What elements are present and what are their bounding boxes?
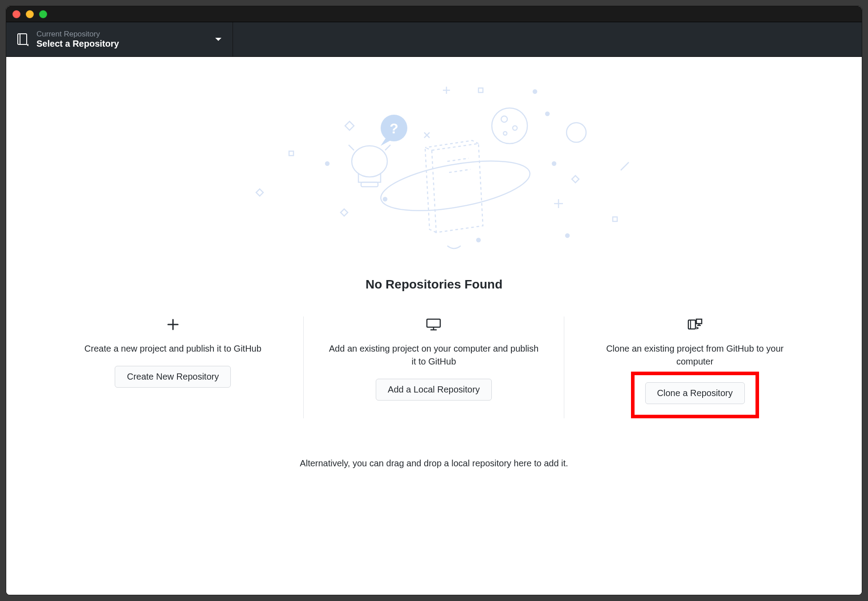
app-window: Current Repository Select a Repository (6, 6, 862, 595)
svg-rect-3 (478, 88, 483, 92)
chevron-down-icon (215, 37, 222, 42)
svg-rect-26 (427, 319, 440, 327)
clone-repository-button[interactable]: Clone a Repository (645, 382, 745, 404)
svg-line-18 (349, 145, 354, 150)
svg-rect-29 (688, 320, 695, 329)
svg-rect-2 (289, 151, 293, 156)
page-heading: No Repositories Found (366, 277, 502, 292)
toolbar: Current Repository Select a Repository (6, 22, 862, 57)
svg-point-8 (552, 162, 556, 165)
repo-selector-label: Current Repository (36, 30, 207, 39)
window-controls (12, 10, 47, 18)
svg-point-9 (566, 234, 569, 237)
svg-point-6 (383, 197, 387, 201)
repository-selector[interactable]: Current Repository Select a Repository (6, 22, 233, 56)
close-window-button[interactable] (12, 10, 20, 18)
minimize-window-button[interactable] (26, 10, 34, 18)
clone-icon (687, 317, 703, 333)
computer-icon (426, 317, 441, 333)
empty-state-illustration: ? (229, 75, 639, 261)
svg-line-19 (385, 145, 390, 150)
svg-point-11 (567, 123, 586, 142)
repo-selector-value: Select a Repository (36, 39, 207, 49)
svg-point-13 (501, 116, 507, 122)
svg-point-5 (326, 162, 329, 165)
repository-options: Create a new project and publish it to G… (43, 317, 825, 418)
svg-rect-17 (361, 182, 378, 187)
svg-point-25 (477, 238, 480, 242)
titlebar (6, 6, 862, 22)
drag-drop-hint: Alternatively, you can drag and drop a l… (300, 458, 568, 469)
svg-point-24 (377, 152, 534, 220)
svg-point-15 (503, 132, 507, 135)
svg-line-22 (447, 158, 469, 161)
add-local-repository-button[interactable]: Add a Local Repository (376, 379, 492, 401)
svg-rect-4 (613, 217, 617, 221)
option-add-desc: Add an existing project on your computer… (326, 342, 542, 368)
main-content: ? No Repositories Found (6, 57, 862, 595)
fullscreen-window-button[interactable] (39, 10, 47, 18)
svg-point-7 (546, 112, 549, 116)
plus-icon (167, 317, 179, 333)
svg-point-16 (352, 146, 387, 177)
create-new-repository-button[interactable]: Create New Repository (115, 366, 231, 388)
svg-rect-31 (696, 319, 702, 324)
highlight-annotation: Clone a Repository (631, 372, 759, 418)
svg-rect-0 (18, 34, 27, 44)
option-create-new: Create a new project and publish it to G… (43, 317, 304, 418)
svg-point-14 (513, 126, 517, 130)
option-create-desc: Create a new project and publish it to G… (84, 342, 261, 355)
option-add-local: Add an existing project on your computer… (304, 317, 565, 418)
repo-icon (17, 33, 28, 46)
svg-point-10 (533, 90, 537, 93)
option-clone: Clone an existing project from GitHub to… (564, 317, 825, 418)
svg-point-12 (492, 108, 527, 144)
svg-text:?: ? (390, 120, 398, 136)
svg-line-23 (449, 169, 470, 172)
option-clone-desc: Clone an existing project from GitHub to… (587, 342, 803, 368)
